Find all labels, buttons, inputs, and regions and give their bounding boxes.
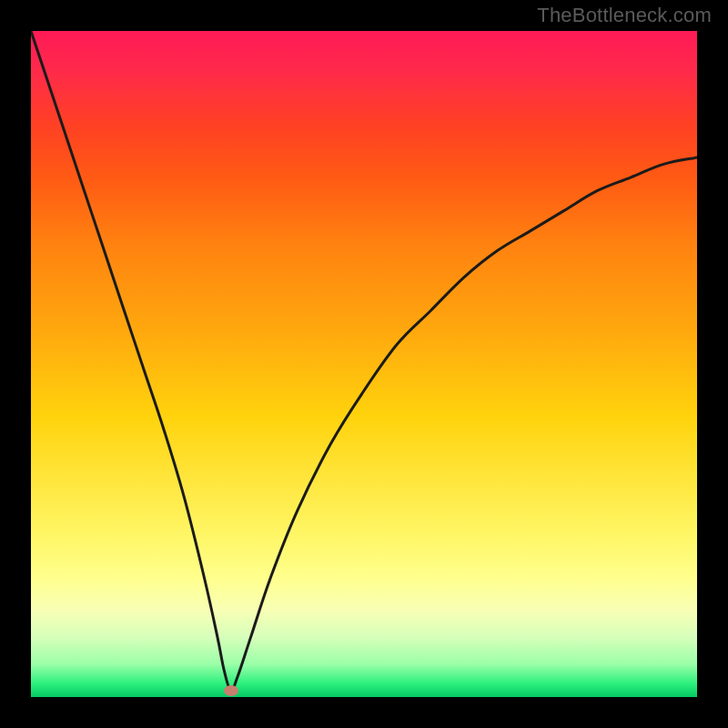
curve-path (31, 31, 697, 691)
watermark-text: TheBottleneck.com (537, 4, 712, 27)
chart-frame: TheBottleneck.com (0, 0, 728, 728)
bottleneck-curve (31, 31, 697, 697)
optimum-marker (224, 685, 238, 696)
plot-area (31, 31, 697, 697)
